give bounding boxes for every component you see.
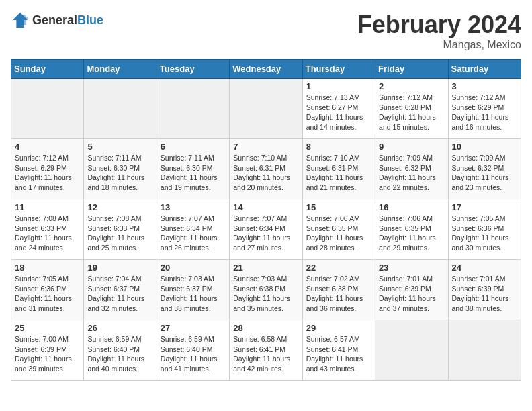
day-number: 3 — [452, 81, 517, 91]
day-number: 5 — [87, 142, 152, 152]
calendar-cell: 26Sunrise: 6:59 AM Sunset: 6:40 PM Dayli… — [84, 320, 157, 381]
header-friday: Friday — [375, 60, 448, 79]
day-number: 15 — [306, 202, 371, 212]
calendar-cell: 27Sunrise: 6:59 AM Sunset: 6:40 PM Dayli… — [157, 320, 229, 381]
header-saturday: Saturday — [448, 60, 521, 79]
calendar-cell: 17Sunrise: 7:05 AM Sunset: 6:36 PM Dayli… — [448, 199, 521, 260]
calendar-week-row: 1Sunrise: 7:13 AM Sunset: 6:27 PM Daylig… — [11, 79, 521, 139]
day-info: Sunrise: 7:08 AM Sunset: 6:33 PM Dayligh… — [87, 214, 152, 253]
calendar-cell: 15Sunrise: 7:06 AM Sunset: 6:35 PM Dayli… — [302, 199, 375, 260]
header-tuesday: Tuesday — [157, 60, 229, 79]
day-info: Sunrise: 7:03 AM Sunset: 6:38 PM Dayligh… — [233, 274, 298, 314]
day-number: 12 — [87, 202, 152, 212]
calendar-cell: 1Sunrise: 7:13 AM Sunset: 6:27 PM Daylig… — [302, 79, 375, 139]
day-number: 25 — [15, 323, 80, 333]
day-number: 20 — [161, 263, 226, 273]
calendar-cell: 19Sunrise: 7:04 AM Sunset: 6:37 PM Dayli… — [84, 260, 157, 320]
day-info: Sunrise: 7:13 AM Sunset: 6:27 PM Dayligh… — [306, 93, 371, 132]
day-number: 9 — [379, 142, 444, 152]
calendar-cell: 23Sunrise: 7:01 AM Sunset: 6:39 PM Dayli… — [375, 260, 448, 320]
calendar-cell: 12Sunrise: 7:08 AM Sunset: 6:33 PM Dayli… — [84, 199, 157, 260]
day-info: Sunrise: 7:12 AM Sunset: 6:29 PM Dayligh… — [15, 153, 80, 193]
calendar-cell: 5Sunrise: 7:11 AM Sunset: 6:30 PM Daylig… — [84, 139, 157, 199]
calendar-cell — [230, 79, 302, 139]
day-number: 17 — [452, 202, 517, 212]
day-info: Sunrise: 7:10 AM Sunset: 6:31 PM Dayligh… — [233, 153, 298, 193]
day-info: Sunrise: 7:11 AM Sunset: 6:30 PM Dayligh… — [87, 153, 152, 193]
day-info: Sunrise: 7:05 AM Sunset: 6:36 PM Dayligh… — [452, 214, 517, 253]
title-block: February 2024 Mangas, Mexico — [357, 11, 521, 51]
day-number: 27 — [161, 323, 226, 333]
calendar-cell: 9Sunrise: 7:09 AM Sunset: 6:32 PM Daylig… — [375, 139, 448, 199]
calendar-cell: 22Sunrise: 7:02 AM Sunset: 6:38 PM Dayli… — [302, 260, 375, 320]
day-number: 23 — [379, 263, 444, 273]
calendar-cell — [448, 320, 521, 381]
day-info: Sunrise: 7:05 AM Sunset: 6:36 PM Dayligh… — [15, 274, 80, 314]
calendar-cell: 16Sunrise: 7:06 AM Sunset: 6:35 PM Dayli… — [375, 199, 448, 260]
calendar-cell: 14Sunrise: 7:07 AM Sunset: 6:34 PM Dayli… — [230, 199, 302, 260]
day-number: 11 — [15, 202, 80, 212]
day-info: Sunrise: 7:08 AM Sunset: 6:33 PM Dayligh… — [15, 214, 80, 253]
day-number: 4 — [15, 142, 80, 152]
day-info: Sunrise: 7:02 AM Sunset: 6:38 PM Dayligh… — [306, 274, 371, 314]
calendar-cell: 4Sunrise: 7:12 AM Sunset: 6:29 PM Daylig… — [11, 139, 84, 199]
calendar-cell: 13Sunrise: 7:07 AM Sunset: 6:34 PM Dayli… — [157, 199, 229, 260]
calendar-cell: 8Sunrise: 7:10 AM Sunset: 6:31 PM Daylig… — [302, 139, 375, 199]
calendar-cell: 3Sunrise: 7:12 AM Sunset: 6:29 PM Daylig… — [448, 79, 521, 139]
calendar-cell: 7Sunrise: 7:10 AM Sunset: 6:31 PM Daylig… — [230, 139, 302, 199]
day-info: Sunrise: 6:58 AM Sunset: 6:41 PM Dayligh… — [233, 334, 298, 374]
header-wednesday: Wednesday — [230, 60, 302, 79]
calendar-week-row: 25Sunrise: 7:00 AM Sunset: 6:39 PM Dayli… — [11, 320, 521, 381]
header-monday: Monday — [84, 60, 157, 79]
day-info: Sunrise: 6:59 AM Sunset: 6:40 PM Dayligh… — [161, 334, 226, 374]
calendar-cell — [375, 320, 448, 381]
day-info: Sunrise: 7:11 AM Sunset: 6:30 PM Dayligh… — [161, 153, 226, 193]
calendar-cell: 25Sunrise: 7:00 AM Sunset: 6:39 PM Dayli… — [11, 320, 84, 381]
calendar-cell: 18Sunrise: 7:05 AM Sunset: 6:36 PM Dayli… — [11, 260, 84, 320]
logo: General Blue — [11, 11, 103, 30]
day-number: 7 — [233, 142, 298, 152]
day-info: Sunrise: 7:00 AM Sunset: 6:39 PM Dayligh… — [15, 334, 80, 374]
day-number: 8 — [306, 142, 371, 152]
calendar-subtitle: Mangas, Mexico — [357, 39, 521, 51]
day-info: Sunrise: 7:04 AM Sunset: 6:37 PM Dayligh… — [87, 274, 152, 314]
calendar-title: February 2024 — [357, 11, 521, 39]
day-info: Sunrise: 7:03 AM Sunset: 6:37 PM Dayligh… — [161, 274, 226, 314]
day-number: 18 — [15, 263, 80, 273]
day-number: 19 — [87, 263, 152, 273]
calendar-week-row: 4Sunrise: 7:12 AM Sunset: 6:29 PM Daylig… — [11, 139, 521, 199]
day-info: Sunrise: 7:10 AM Sunset: 6:31 PM Dayligh… — [306, 153, 371, 193]
day-number: 14 — [233, 202, 298, 212]
day-info: Sunrise: 7:07 AM Sunset: 6:34 PM Dayligh… — [233, 214, 298, 253]
day-info: Sunrise: 7:07 AM Sunset: 6:34 PM Dayligh… — [161, 214, 226, 253]
calendar-cell: 2Sunrise: 7:12 AM Sunset: 6:28 PM Daylig… — [375, 79, 448, 139]
day-info: Sunrise: 7:01 AM Sunset: 6:39 PM Dayligh… — [452, 274, 517, 314]
day-info: Sunrise: 7:06 AM Sunset: 6:35 PM Dayligh… — [306, 214, 371, 253]
weekday-header-row: Sunday Monday Tuesday Wednesday Thursday… — [11, 60, 521, 79]
day-info: Sunrise: 7:01 AM Sunset: 6:39 PM Dayligh… — [379, 274, 444, 314]
day-number: 28 — [233, 323, 298, 333]
calendar-cell: 6Sunrise: 7:11 AM Sunset: 6:30 PM Daylig… — [157, 139, 229, 199]
calendar-cell: 29Sunrise: 6:57 AM Sunset: 6:41 PM Dayli… — [302, 320, 375, 381]
calendar-week-row: 18Sunrise: 7:05 AM Sunset: 6:36 PM Dayli… — [11, 260, 521, 320]
header-sunday: Sunday — [11, 60, 84, 79]
calendar-cell: 20Sunrise: 7:03 AM Sunset: 6:37 PM Dayli… — [157, 260, 229, 320]
day-info: Sunrise: 6:57 AM Sunset: 6:41 PM Dayligh… — [306, 334, 371, 374]
logo-blue: Blue — [77, 13, 103, 28]
day-info: Sunrise: 6:59 AM Sunset: 6:40 PM Dayligh… — [87, 334, 152, 374]
day-number: 22 — [306, 263, 371, 273]
page-header: General Blue February 2024 Mangas, Mexic… — [11, 11, 521, 51]
calendar-week-row: 11Sunrise: 7:08 AM Sunset: 6:33 PM Dayli… — [11, 199, 521, 260]
day-number: 13 — [161, 202, 226, 212]
calendar-cell: 11Sunrise: 7:08 AM Sunset: 6:33 PM Dayli… — [11, 199, 84, 260]
calendar-cell — [11, 79, 84, 139]
day-number: 6 — [161, 142, 226, 152]
day-number: 2 — [379, 81, 444, 91]
day-number: 29 — [306, 323, 371, 333]
logo-icon — [11, 11, 30, 30]
calendar-cell: 24Sunrise: 7:01 AM Sunset: 6:39 PM Dayli… — [448, 260, 521, 320]
calendar-table: Sunday Monday Tuesday Wednesday Thursday… — [11, 59, 521, 381]
day-number: 10 — [452, 142, 517, 152]
day-number: 1 — [306, 81, 371, 91]
calendar-cell: 10Sunrise: 7:09 AM Sunset: 6:32 PM Dayli… — [448, 139, 521, 199]
